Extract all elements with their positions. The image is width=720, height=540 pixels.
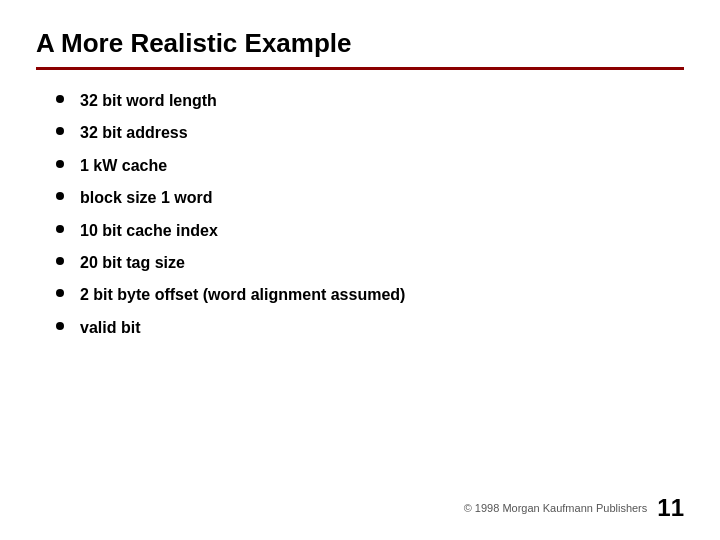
list-item: 10 bit cache index [56, 220, 684, 242]
slide-title: A More Realistic Example [36, 28, 684, 59]
slide: A More Realistic Example 32 bit word len… [0, 0, 720, 540]
bullet-text: 10 bit cache index [80, 220, 218, 242]
bullet-text: 20 bit tag size [80, 252, 185, 274]
list-item: 20 bit tag size [56, 252, 684, 274]
bullet-text: valid bit [80, 317, 140, 339]
list-item: block size 1 word [56, 187, 684, 209]
footer: © 1998 Morgan Kaufmann Publishers 11 [464, 494, 684, 522]
list-item: 2 bit byte offset (word alignment assume… [56, 284, 684, 306]
list-item: valid bit [56, 317, 684, 339]
bullet-dot-icon [56, 192, 64, 200]
bullet-dot-icon [56, 160, 64, 168]
bullet-text: 32 bit address [80, 122, 188, 144]
bullet-text: block size 1 word [80, 187, 212, 209]
list-item: 1 kW cache [56, 155, 684, 177]
bullet-dot-icon [56, 95, 64, 103]
page-number: 11 [657, 494, 684, 522]
title-area: A More Realistic Example [36, 28, 684, 70]
bullet-dot-icon [56, 322, 64, 330]
list-item: 32 bit address [56, 122, 684, 144]
bullet-text: 1 kW cache [80, 155, 167, 177]
title-rule [36, 67, 684, 70]
bullet-list: 32 bit word length32 bit address1 kW cac… [36, 90, 684, 339]
copyright-text: © 1998 Morgan Kaufmann Publishers [464, 502, 648, 514]
bullet-dot-icon [56, 225, 64, 233]
bullet-dot-icon [56, 127, 64, 135]
bullet-dot-icon [56, 289, 64, 297]
bullet-text: 32 bit word length [80, 90, 217, 112]
bullet-text: 2 bit byte offset (word alignment assume… [80, 284, 405, 306]
list-item: 32 bit word length [56, 90, 684, 112]
bullet-dot-icon [56, 257, 64, 265]
